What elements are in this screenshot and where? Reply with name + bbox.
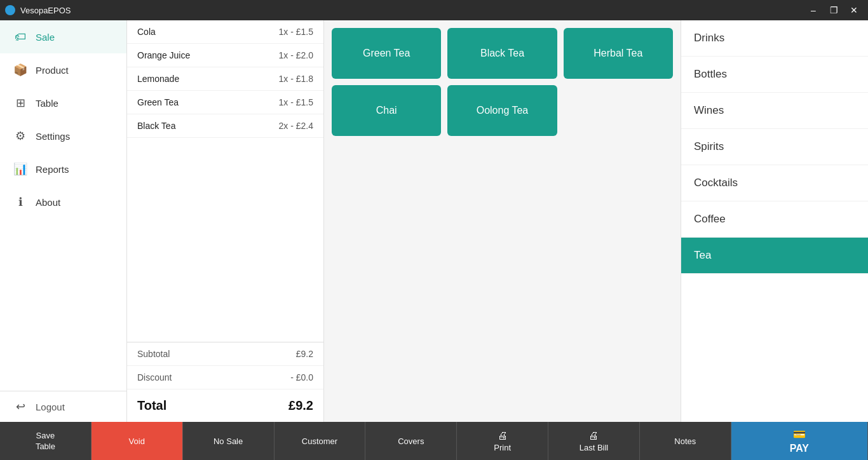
sidebar-item-about[interactable]: ℹ About bbox=[0, 186, 126, 219]
pay-label: PAY bbox=[790, 443, 809, 454]
order-totals: Subtotal £9.2 Discount - £0.0 Total £9.2 bbox=[127, 342, 323, 422]
logout-button[interactable]: ↩ Logout bbox=[0, 391, 126, 422]
subtotal-value: £9.2 bbox=[296, 349, 313, 359]
category-panel: Drinks Bottles Wines Spirits Cocktails C… bbox=[681, 20, 868, 422]
order-item-lemonade[interactable]: Lemonade 1x - £1.8 bbox=[127, 67, 323, 91]
sidebar-label-product: Product bbox=[36, 65, 69, 76]
category-wines[interactable]: Wines bbox=[681, 93, 868, 129]
last-bill-label: Last Bill bbox=[580, 443, 609, 452]
order-item-name-black-tea: Black Tea bbox=[137, 121, 175, 131]
discount-row: Discount - £0.0 bbox=[127, 366, 323, 389]
order-item-black-tea[interactable]: Black Tea 2x - £2.4 bbox=[127, 114, 323, 138]
reports-icon: 📊 bbox=[13, 161, 28, 177]
maximize-button[interactable]: ❐ bbox=[825, 3, 843, 18]
order-item-price-cola: 1x - £1.5 bbox=[279, 27, 313, 37]
save-table-line1: Save bbox=[36, 431, 55, 440]
grand-total-row: Total £9.2 bbox=[127, 389, 323, 422]
subtotal-label: Subtotal bbox=[137, 349, 170, 359]
sale-icon: 🏷 bbox=[13, 29, 28, 44]
void-label: Void bbox=[129, 436, 145, 446]
product-btn-green-tea[interactable]: Green Tea bbox=[332, 28, 441, 79]
category-spirits[interactable]: Spirits bbox=[681, 129, 868, 165]
order-item-name-cola: Cola bbox=[137, 27, 156, 37]
subtotal-row: Subtotal £9.2 bbox=[127, 342, 323, 366]
pay-icon: 💳 bbox=[793, 428, 806, 440]
no-sale-button[interactable]: No Sale bbox=[183, 422, 275, 460]
product-btn-black-tea[interactable]: Black Tea bbox=[447, 28, 557, 79]
notes-button[interactable]: Notes bbox=[640, 422, 731, 460]
order-items-list: Cola 1x - £1.5 Orange Juice 1x - £2.0 Le… bbox=[127, 20, 323, 342]
covers-label: Covers bbox=[398, 436, 424, 446]
order-item-name-oj: Orange Juice bbox=[137, 50, 190, 60]
order-panel: Cola 1x - £1.5 Orange Juice 1x - £2.0 Le… bbox=[127, 20, 324, 422]
discount-value: - £0.0 bbox=[290, 372, 313, 382]
app-title: VesopaEPOS bbox=[20, 6, 71, 15]
print-label: Print bbox=[494, 443, 511, 452]
table-icon: ⊞ bbox=[13, 95, 28, 111]
product-btn-herbal-tea[interactable]: Herbal Tea bbox=[564, 28, 673, 79]
category-drinks[interactable]: Drinks bbox=[681, 20, 868, 57]
sidebar-label-table: Table bbox=[36, 98, 58, 109]
category-cocktails[interactable]: Cocktails bbox=[681, 165, 868, 201]
product-btn-chai[interactable]: Chai bbox=[332, 85, 441, 136]
print-icon: 🖨 bbox=[498, 430, 508, 442]
product-btn-oolong-tea[interactable]: Oolong Tea bbox=[447, 85, 557, 136]
order-item-orange-juice[interactable]: Orange Juice 1x - £2.0 bbox=[127, 44, 323, 67]
main-area: 🏷 Sale 📦 Product ⊞ Table ⚙ Settings 📊 Re… bbox=[0, 20, 868, 422]
settings-icon: ⚙ bbox=[13, 128, 28, 144]
bottom-toolbar: Save Table Void No Sale Customer Covers … bbox=[0, 422, 868, 460]
total-label: Total bbox=[137, 398, 166, 413]
sidebar-item-table[interactable]: ⊞ Table bbox=[0, 86, 126, 119]
minimize-button[interactable]: – bbox=[804, 3, 822, 18]
order-item-price-oj: 1x - £2.0 bbox=[279, 50, 313, 60]
category-coffee[interactable]: Coffee bbox=[681, 201, 868, 238]
app-icon bbox=[5, 5, 15, 15]
products-area: Green Tea Black Tea Herbal Tea Chai Oolo… bbox=[324, 20, 681, 422]
save-table-line2: Table bbox=[36, 442, 55, 451]
notes-label: Notes bbox=[674, 436, 696, 446]
total-value: £9.2 bbox=[288, 398, 313, 413]
sidebar-item-product[interactable]: 📦 Product bbox=[0, 53, 126, 86]
sidebar-item-reports[interactable]: 📊 Reports bbox=[0, 152, 126, 186]
customer-button[interactable]: Customer bbox=[275, 422, 366, 460]
order-item-green-tea[interactable]: Green Tea 1x - £1.5 bbox=[127, 91, 323, 114]
last-bill-icon: 🖨 bbox=[588, 430, 599, 442]
order-item-name-green-tea: Green Tea bbox=[137, 97, 179, 107]
sidebar-label-sale: Sale bbox=[36, 32, 55, 43]
covers-button[interactable]: Covers bbox=[365, 422, 457, 460]
sidebar-item-settings[interactable]: ⚙ Settings bbox=[0, 119, 126, 152]
order-item-price-green-tea: 1x - £1.5 bbox=[279, 97, 313, 107]
titlebar-controls: – ❐ ✕ bbox=[804, 3, 863, 18]
print-button[interactable]: 🖨 Print bbox=[457, 422, 548, 460]
logout-label: Logout bbox=[36, 402, 65, 412]
category-bottles[interactable]: Bottles bbox=[681, 57, 868, 93]
titlebar: VesopaEPOS – ❐ ✕ bbox=[0, 0, 868, 20]
logout-icon: ↩ bbox=[13, 399, 28, 414]
close-button[interactable]: ✕ bbox=[845, 3, 863, 18]
order-item-price-black-tea: 2x - £2.4 bbox=[279, 121, 313, 131]
order-item-name-lemonade: Lemonade bbox=[137, 74, 179, 84]
sidebar-label-settings: Settings bbox=[36, 131, 70, 142]
about-icon: ℹ bbox=[13, 194, 28, 210]
pay-button[interactable]: 💳 PAY bbox=[731, 422, 868, 460]
customer-label: Customer bbox=[302, 436, 337, 446]
sidebar-label-about: About bbox=[36, 197, 60, 208]
no-sale-label: No Sale bbox=[214, 436, 243, 446]
order-item-price-lemonade: 1x - £1.8 bbox=[279, 74, 313, 84]
category-tea[interactable]: Tea bbox=[681, 238, 868, 274]
product-icon: 📦 bbox=[13, 62, 28, 78]
discount-label: Discount bbox=[137, 372, 172, 382]
void-button[interactable]: Void bbox=[92, 422, 183, 460]
sidebar-label-reports: Reports bbox=[36, 164, 69, 175]
save-table-button[interactable]: Save Table bbox=[0, 422, 92, 460]
product-grid: Green Tea Black Tea Herbal Tea Chai Oolo… bbox=[324, 20, 681, 422]
order-item-cola[interactable]: Cola 1x - £1.5 bbox=[127, 20, 323, 44]
last-bill-button[interactable]: 🖨 Last Bill bbox=[548, 422, 640, 460]
titlebar-left: VesopaEPOS bbox=[5, 5, 71, 15]
sidebar-item-sale[interactable]: 🏷 Sale bbox=[0, 20, 126, 53]
sidebar: 🏷 Sale 📦 Product ⊞ Table ⚙ Settings 📊 Re… bbox=[0, 20, 127, 422]
